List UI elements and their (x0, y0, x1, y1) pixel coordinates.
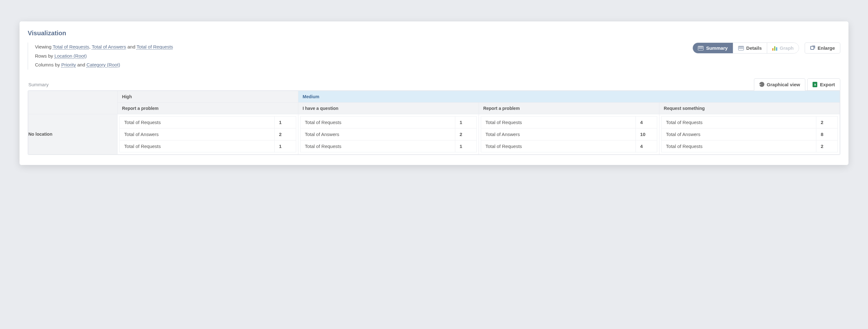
label-text: Rows by (35, 53, 55, 59)
tab-label: Graphical view (767, 82, 800, 87)
metric-name: Total of Requests (661, 140, 816, 152)
summary-action-tabs: Graphical view Export (752, 78, 840, 91)
metric-name: Total of Requests (300, 116, 455, 128)
metric-row: Total of Requests2 (661, 140, 837, 152)
category-header-row: Report a problem I have a question Repor… (28, 102, 840, 114)
metric-name: Total of Requests (120, 140, 274, 152)
col-category[interactable]: Report a problem (118, 102, 298, 114)
tab-label: Graph (780, 45, 794, 51)
visualization-header: Viewing Total of Requests, Total of Answ… (28, 42, 840, 70)
metric-row: Total of Requests2 (661, 116, 837, 128)
metric-name: Total of Answers (661, 128, 816, 140)
metric-value: 1 (455, 116, 476, 128)
col-category[interactable]: I have a question (298, 102, 478, 114)
col-category[interactable]: Report a problem (478, 102, 659, 114)
metric-name: Total of Requests (661, 116, 816, 128)
tab-graph: Graph (767, 43, 799, 53)
metric-value: 8 (816, 128, 838, 140)
metric-value: 10 (636, 128, 657, 140)
metric-link-total-requests-2[interactable]: Total of Requests (136, 44, 173, 50)
metric-row: Total of Requests1 (300, 116, 476, 128)
cols-link-category[interactable]: Category (Root) (86, 62, 120, 67)
graphical-view-tab[interactable]: Graphical view (754, 78, 806, 91)
metric-value: 4 (636, 140, 657, 152)
metric-link-total-requests[interactable]: Total of Requests (53, 44, 89, 50)
metric-name: Total of Answers (120, 128, 274, 140)
table-icon (698, 46, 704, 51)
data-cell: Total of Requests1 Total of Answers2 Tot… (118, 114, 298, 154)
button-label: Enlarge (817, 45, 835, 51)
tab-summary[interactable]: Summary (693, 43, 733, 53)
cols-link-priority[interactable]: Priority (61, 62, 76, 67)
right-controls: Summary Details Graph Enlarge (692, 42, 840, 54)
metric-name: Total of Requests (120, 116, 274, 128)
export-tab[interactable]: Export (807, 78, 840, 91)
panel-title: Visualization (28, 30, 840, 37)
metric-row: Total of Requests1 (120, 140, 296, 152)
metric-value: 2 (274, 128, 296, 140)
tab-details[interactable]: Details (733, 43, 767, 53)
enlarge-icon (810, 46, 815, 51)
tab-label: Details (746, 45, 762, 51)
visualization-panel: Visualization Viewing Total of Requests,… (20, 22, 848, 165)
visualization-description: Viewing Total of Requests, Total of Answ… (28, 42, 173, 70)
metric-value: 2 (455, 128, 476, 140)
priority-header-row: High Medium (28, 91, 840, 102)
metric-name: Total of Requests (300, 140, 455, 152)
col-category[interactable]: Request something (659, 102, 840, 114)
metric-row: Total of Requests4 (481, 116, 657, 128)
corner-cell (28, 91, 118, 114)
metric-row: Total of Answers2 (120, 128, 296, 140)
metric-name: Total of Answers (481, 128, 636, 140)
metric-value: 1 (455, 140, 476, 152)
metric-value: 1 (274, 116, 296, 128)
tab-label: Summary (706, 45, 727, 51)
table-icon (738, 46, 744, 51)
pie-chart-icon (759, 82, 764, 87)
col-priority-medium[interactable]: Medium (298, 91, 840, 102)
metric-row: Total of Requests1 (120, 116, 296, 128)
metric-value: 4 (636, 116, 657, 128)
metric-name: Total of Answers (300, 128, 455, 140)
table-row: No location Total of Requests1 Total of … (28, 114, 840, 154)
metric-value: 2 (816, 140, 838, 152)
metric-row: Total of Answers2 (300, 128, 476, 140)
metric-link-total-answers[interactable]: Total of Answers (92, 44, 126, 50)
metric-row: Total of Answers10 (481, 128, 657, 140)
metric-row: Total of Answers8 (661, 128, 837, 140)
separator: and (126, 44, 136, 50)
bar-chart-icon (772, 46, 777, 51)
metric-value: 1 (274, 140, 296, 152)
summary-section-header: Summary Graphical view Export (28, 78, 840, 91)
metric-name: Total of Requests (481, 116, 636, 128)
view-mode-segmented: Summary Details Graph (692, 42, 799, 54)
metric-row: Total of Requests1 (300, 140, 476, 152)
col-priority-high[interactable]: High (118, 91, 298, 102)
label-text: Viewing (35, 44, 53, 50)
summary-table-container: High Medium Report a problem I have a qu… (28, 90, 840, 155)
rows-line: Rows by Location (Root) (35, 52, 173, 61)
rows-link-location[interactable]: Location (Root) (55, 53, 87, 59)
viewing-line: Viewing Total of Requests, Total of Answ… (35, 42, 173, 52)
excel-icon (812, 82, 817, 87)
label-text: Columns by (35, 62, 61, 67)
row-label-no-location[interactable]: No location (28, 114, 118, 154)
separator: , (89, 44, 92, 50)
columns-line: Columns by Priority and Category (Root) (35, 61, 173, 70)
section-label: Summary (28, 82, 49, 87)
summary-table: High Medium Report a problem I have a qu… (28, 91, 840, 155)
data-cell: Total of Requests1 Total of Answers2 Tot… (298, 114, 478, 154)
metric-row: Total of Requests4 (481, 140, 657, 152)
metric-name: Total of Requests (481, 140, 636, 152)
data-cell: Total of Requests4 Total of Answers10 To… (478, 114, 659, 154)
data-cell: Total of Requests2 Total of Answers8 Tot… (659, 114, 840, 154)
separator: and (76, 62, 86, 67)
metric-value: 2 (816, 116, 838, 128)
enlarge-button[interactable]: Enlarge (805, 42, 840, 54)
tab-label: Export (820, 82, 835, 87)
